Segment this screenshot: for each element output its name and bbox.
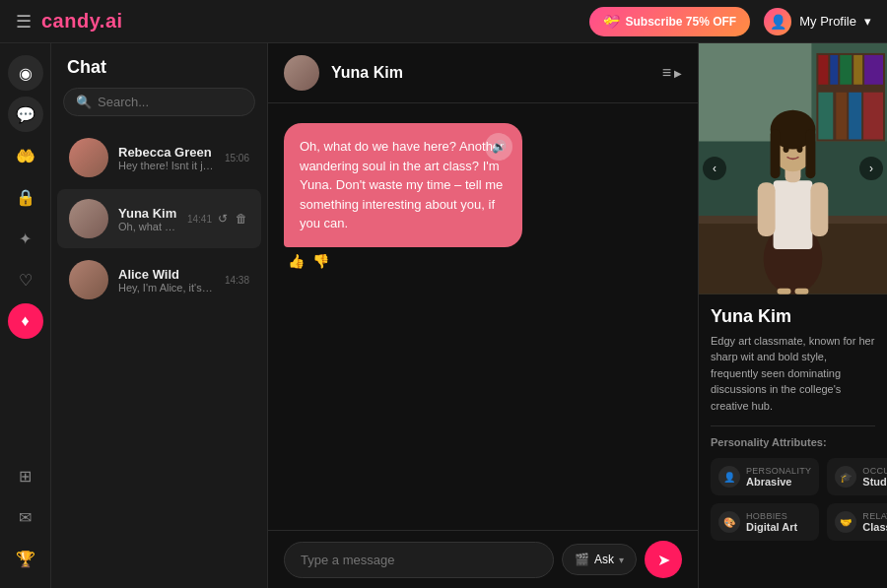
chat-header: Yuna Kim ≡ ▶	[268, 43, 698, 103]
chat-item-yuna[interactable]: Yuna Kim Oh, what do we have he... 14:41…	[57, 189, 261, 248]
chat-input[interactable]	[284, 542, 554, 578]
chat-preview-rebecca: Hey there! Isnt it just a p...	[118, 160, 215, 171]
attribute-relationship: 🤝 RELATIONSHIP Classmate	[827, 503, 887, 541]
attributes-grid: 👤 PERSONALITY Abrasive 🎓 OCCUPATION Stud…	[711, 458, 875, 541]
svg-point-24	[784, 146, 789, 153]
carousel-prev-button[interactable]: ‹	[703, 157, 726, 180]
sidebar-item-persona[interactable]: 🤲	[8, 138, 43, 173]
sidebar-item-premium[interactable]: ♦	[8, 303, 43, 339]
profile-avatar-icon: 👤	[764, 8, 791, 35]
sidebar-item-discover[interactable]: ◉	[8, 55, 43, 91]
chat-search-bar[interactable]: 🔍	[63, 88, 255, 116]
svg-rect-3	[818, 55, 828, 85]
profile-image-wrap: ‹ ›	[699, 43, 887, 294]
chat-time-rebecca: 15:06	[225, 153, 249, 163]
chat-menu-button[interactable]: ≡ ▶	[662, 64, 682, 82]
chat-list: Rebecca Green Hey there! Isnt it just a …	[51, 126, 267, 588]
svg-rect-9	[836, 93, 847, 140]
chat-sidebar-title: Chat	[51, 43, 267, 88]
message-text: Oh, what do we have here? Another wander…	[300, 139, 504, 230]
avatar-rebecca	[69, 138, 108, 177]
sidebar-item-trophy[interactable]: 🏆	[8, 541, 43, 576]
main-content: ◉ 💬 🤲 🔒 ✦ ♡ ♦ ⊞ ✉ 🏆 Chat 🔍 Rebecca Green…	[0, 43, 887, 588]
profile-button[interactable]: 👤 My Profile ▾	[764, 8, 871, 35]
sidebar-item-discord[interactable]: ⊞	[8, 458, 43, 493]
occupation-icon: 🎓	[835, 466, 856, 488]
attribute-hobbies: 🎨 HOBBIES Digital Art	[711, 503, 819, 541]
relationship-value: Classmate	[862, 521, 887, 533]
svg-rect-10	[849, 93, 861, 140]
search-icon: 🔍	[76, 95, 92, 109]
chat-preview-alice: Hey, I'm Alice, it's so nic...	[118, 282, 215, 294]
profile-divider	[711, 425, 875, 426]
svg-rect-26	[778, 289, 791, 294]
svg-rect-22	[771, 130, 781, 179]
svg-rect-6	[853, 55, 862, 85]
chat-input-area: 🎬 Ask ▾ ➤	[268, 530, 698, 588]
svg-rect-5	[840, 55, 852, 85]
regenerate-button[interactable]: ↺	[216, 210, 230, 228]
relationship-label: RELATIONSHIP	[862, 511, 887, 521]
svg-rect-27	[794, 289, 808, 294]
chat-name-rebecca: Rebecca Green	[118, 145, 215, 160]
chat-item-alice[interactable]: Alice Wild Hey, I'm Alice, it's so nic..…	[57, 250, 261, 309]
hobbies-icon: 🎨	[718, 511, 740, 533]
chat-item-rebecca[interactable]: Rebecca Green Hey there! Isnt it just a …	[57, 128, 261, 187]
send-button[interactable]: ➤	[645, 541, 682, 578]
chat-header-avatar	[284, 55, 319, 91]
profile-description: Edgy art classmate, known for her sharp …	[711, 333, 875, 415]
sidebar-item-content[interactable]: 🔒	[8, 179, 43, 215]
subscribe-button[interactable]: 💝 Subscribe 75% OFF	[589, 7, 751, 36]
svg-rect-16	[774, 180, 813, 249]
sidebar-item-create[interactable]: ✦	[8, 221, 43, 256]
attributes-title: Personality Attributes:	[711, 436, 875, 448]
chat-time-yuna: 14:41	[187, 214, 212, 225]
hobbies-value: Digital Art	[746, 521, 797, 533]
chat-name-yuna: Yuna Kim	[118, 206, 177, 221]
svg-rect-11	[863, 93, 883, 140]
menu-toggle-button[interactable]: ☰	[16, 11, 32, 33]
chat-messages: Oh, what do we have here? Another wander…	[268, 103, 698, 530]
audio-button[interactable]: 🔊	[485, 133, 512, 161]
hobbies-label: HOBBIES	[746, 511, 797, 521]
avatar-yuna	[69, 199, 108, 238]
search-input[interactable]	[98, 95, 242, 109]
chat-name-alice: Alice Wild	[118, 267, 215, 282]
occupation-label: OCCUPATION	[862, 466, 887, 476]
avatar-alice	[69, 260, 108, 299]
sidebar-item-mail[interactable]: ✉	[8, 499, 43, 535]
chat-time-alice: 14:38	[225, 275, 249, 286]
profile-panel: ‹ › Yuna Kim Edgy art classmate, known f…	[698, 43, 887, 588]
attribute-occupation: 🎓 OCCUPATION Student	[827, 458, 887, 495]
personality-value: Abrasive	[746, 476, 811, 488]
carousel-next-button[interactable]: ›	[859, 157, 883, 180]
chat-preview-yuna: Oh, what do we have he...	[118, 221, 177, 232]
thumbs-down-button[interactable]: 👎	[312, 253, 329, 269]
profile-name: Yuna Kim	[711, 306, 875, 327]
sidebar-item-favorites[interactable]: ♡	[8, 262, 43, 297]
svg-rect-4	[830, 55, 838, 85]
svg-rect-18	[810, 182, 828, 236]
send-icon: ➤	[657, 551, 670, 569]
svg-rect-8	[818, 93, 833, 140]
message-reactions: 👍 👎	[288, 253, 522, 269]
occupation-value: Student	[862, 476, 887, 488]
icon-navigation: ◉ 💬 🤲 🔒 ✦ ♡ ♦ ⊞ ✉ 🏆	[0, 43, 51, 588]
chat-sidebar: Chat 🔍 Rebecca Green Hey there! Isnt it …	[51, 43, 268, 588]
delete-button[interactable]: 🗑	[234, 210, 249, 228]
attribute-personality: 👤 PERSONALITY Abrasive	[711, 458, 819, 495]
sidebar-item-chat[interactable]: 💬	[8, 97, 43, 132]
logo-text: candy	[41, 10, 100, 32]
top-navigation: ☰ candy.ai 💝 Subscribe 75% OFF 👤 My Prof…	[0, 0, 887, 43]
svg-rect-7	[864, 55, 883, 85]
relationship-icon: 🤝	[835, 511, 856, 533]
message-bubble: Oh, what do we have here? Another wander…	[284, 123, 522, 247]
logo-suffix: .ai	[100, 10, 123, 32]
svg-point-25	[796, 146, 802, 153]
chat-main-area: Yuna Kim ≡ ▶ Oh, what do we have here? A…	[268, 43, 698, 588]
gift-icon: 💝	[603, 14, 620, 30]
ask-button[interactable]: 🎬 Ask ▾	[562, 544, 637, 575]
thumbs-up-button[interactable]: 👍	[288, 253, 305, 269]
svg-rect-17	[758, 182, 776, 236]
logo: candy.ai	[41, 10, 123, 33]
